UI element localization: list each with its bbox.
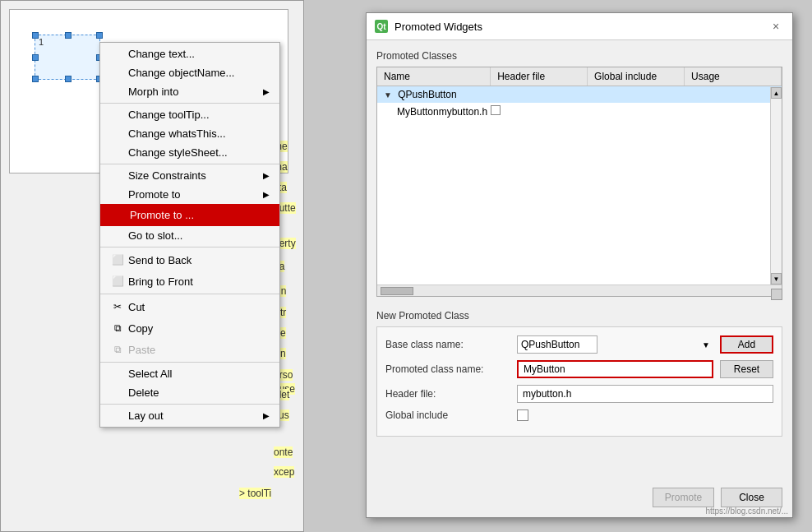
arrow-icon-3: ▶ — [263, 190, 270, 199]
tree-child-headerfile: mybutton.h — [439, 106, 487, 118]
context-menu: Change text... Change objectName... Morp… — [99, 42, 280, 428]
menu-item-change-stylesheet[interactable]: Change styleSheet... — [100, 143, 279, 162]
bring-front-icon: ⬜ — [110, 274, 125, 289]
separator-1 — [100, 103, 279, 104]
tree-expand-icon: ▼ — [384, 90, 392, 99]
handle-tm[interactable] — [65, 32, 72, 39]
handle-bl[interactable] — [32, 76, 39, 82]
separator-6 — [100, 404, 279, 405]
select-arrow-icon: ▼ — [702, 340, 710, 349]
menu-item-cut[interactable]: ✂ Cut — [100, 296, 279, 317]
cut-icon: ✂ — [110, 299, 125, 314]
global-include-row: Global include — [385, 409, 773, 421]
promoted-classes-label: Promoted Classes — [376, 50, 782, 62]
menu-item-lay-out[interactable]: Lay out ▶ — [100, 406, 279, 425]
header-file-label: Header file: — [385, 388, 517, 400]
new-class-form: Base class name: QPushButton ▼ Add Promo… — [376, 326, 782, 437]
tree-parent-row[interactable]: ▼ QPushButton — [377, 86, 782, 103]
promoted-class-row: Promoted class name: Reset — [385, 360, 773, 378]
arrow-icon-4: ▶ — [263, 411, 270, 420]
base-class-label: Base class name: — [385, 339, 517, 350]
promote-button[interactable]: Promote — [653, 488, 714, 507]
menu-item-go-to-slot[interactable]: Go to slot... — [100, 226, 279, 245]
table-header: Name Header file Global include Usage — [377, 67, 782, 86]
widget-number: 1 — [39, 37, 44, 47]
menu-item-change-whatsthis[interactable]: Change whatsThis... — [100, 124, 279, 143]
handle-bm[interactable] — [65, 76, 72, 82]
global-include-label: Global include — [385, 409, 517, 421]
col-header-globalinclude: Global include — [588, 67, 685, 86]
promoted-widgets-dialog: Qt Promoted Widgets × Promoted Classes N… — [366, 12, 793, 518]
base-class-select-wrapper: QPushButton ▼ — [517, 335, 713, 354]
handle-tr[interactable] — [96, 32, 103, 39]
menu-item-select-all[interactable]: Select All — [100, 364, 279, 383]
arrow-icon: ▶ — [263, 87, 270, 96]
menu-item-size-constraints[interactable]: Size Constraints ▶ — [100, 166, 279, 185]
tree-child-name: MyButton — [397, 106, 439, 118]
col-header-name: Name — [377, 67, 491, 86]
scroll-corner[interactable] — [771, 289, 782, 300]
global-include-checkbox[interactable] — [491, 105, 501, 115]
dialog-app-icon: Qt — [375, 20, 388, 33]
vscroll-track[interactable] — [771, 99, 782, 273]
menu-item-paste[interactable]: ⧉ Paste — [100, 339, 279, 360]
dialog-title: Promoted Widgets — [394, 21, 768, 33]
send-back-icon: ⬜ — [110, 252, 125, 267]
separator-2 — [100, 164, 279, 164]
tree-child-row[interactable]: MyButton mybutton.h — [377, 103, 782, 120]
dialog-close-button[interactable]: × — [768, 18, 784, 35]
vscroll-down[interactable]: ▼ — [771, 273, 782, 285]
promoted-classes-table[interactable]: Name Header file Global include Usage ▼ … — [376, 67, 782, 297]
hscroll-thumb[interactable] — [381, 287, 413, 295]
handle-tl[interactable] — [32, 32, 39, 39]
scroll-spacer — [376, 300, 782, 303]
col-header-headerfile: Header file — [491, 67, 588, 86]
menu-item-promote-to-submenu[interactable]: Promote to ▶ — [100, 185, 279, 204]
bg-text-17: > toolTi — [239, 488, 271, 499]
watermark: https://blog.csdn.net/... — [705, 507, 788, 516]
tree-child-globalinclude — [487, 105, 501, 118]
col-header-usage: Usage — [685, 67, 782, 86]
menu-item-delete[interactable]: Delete — [100, 383, 279, 402]
selected-widget[interactable]: 1 — [35, 35, 100, 80]
menu-item-promote-to[interactable]: Promote to ... — [100, 204, 279, 226]
new-section-label: New Promoted Class — [376, 310, 782, 322]
promoted-class-input[interactable] — [517, 360, 713, 378]
header-file-input[interactable] — [517, 385, 773, 403]
dialog-footer: Promote Close — [653, 488, 782, 507]
paste-icon: ⧉ — [110, 342, 125, 357]
separator-4 — [100, 294, 279, 294]
menu-item-change-text[interactable]: Change text... — [100, 44, 279, 63]
reset-button[interactable]: Reset — [720, 360, 773, 378]
vscroll-up[interactable]: ▲ — [771, 87, 782, 99]
designer-area: 1 Change text... Change objectName... Mo… — [0, 0, 304, 532]
separator-3 — [100, 247, 279, 247]
copy-icon: ⧉ — [110, 321, 125, 335]
arrow-icon-2: ▶ — [263, 171, 270, 180]
bg-text-15: onte — [274, 446, 293, 458]
new-promoted-class-section: New Promoted Class Base class name: QPus… — [376, 310, 782, 437]
close-button[interactable]: Close — [721, 488, 782, 507]
base-class-row: Base class name: QPushButton ▼ Add — [385, 335, 773, 354]
menu-item-send-to-back[interactable]: ⬜ Send to Back — [100, 249, 279, 271]
separator-5 — [100, 362, 279, 363]
menu-item-bring-to-front[interactable]: ⬜ Bring to Front — [100, 271, 279, 292]
menu-item-copy[interactable]: ⧉ Copy — [100, 317, 279, 339]
horizontal-scrollbar[interactable] — [377, 285, 782, 296]
global-include-form-checkbox[interactable] — [517, 409, 528, 421]
dialog-content: Promoted Classes Name Header file Global… — [367, 40, 792, 446]
handle-ml[interactable] — [32, 54, 39, 61]
promoted-class-label: Promoted class name: — [385, 363, 517, 375]
vertical-scrollbar[interactable]: ▲ ▼ — [770, 87, 782, 285]
header-file-row: Header file: — [385, 385, 773, 403]
bg-text-16: xcep — [274, 466, 294, 478]
menu-item-morph-into[interactable]: Morph into ▶ — [100, 82, 279, 101]
menu-item-change-tooltip[interactable]: Change toolTip... — [100, 105, 279, 124]
tree-parent-label: ▼ QPushButton — [384, 89, 496, 100]
menu-item-change-objectname[interactable]: Change objectName... — [100, 63, 279, 82]
base-class-select[interactable]: QPushButton — [517, 335, 597, 354]
add-button[interactable]: Add — [720, 335, 773, 354]
dialog-titlebar: Qt Promoted Widgets × — [367, 13, 792, 40]
